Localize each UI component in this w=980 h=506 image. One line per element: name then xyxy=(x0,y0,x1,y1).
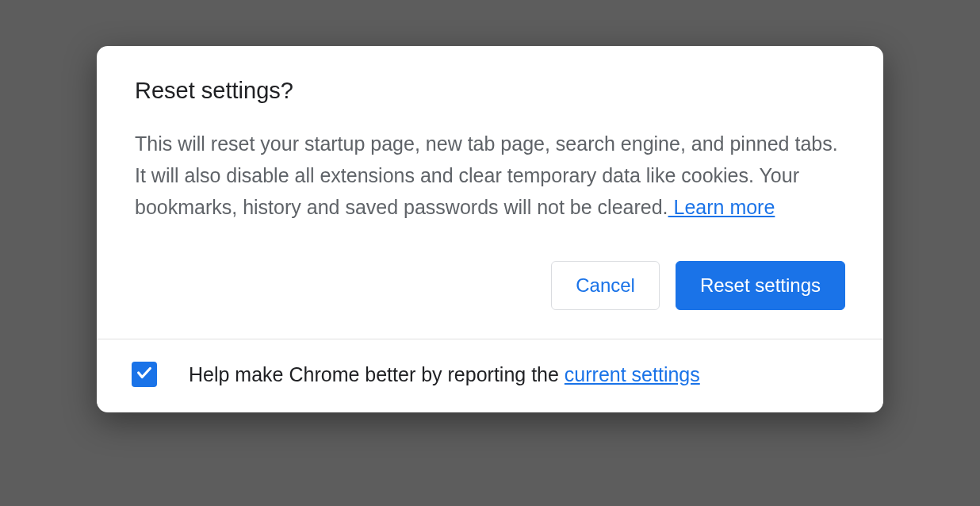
dialog-description: This will reset your startup page, new t… xyxy=(135,128,845,223)
cancel-button[interactable]: Cancel xyxy=(551,261,660,310)
dialog-footer: Help make Chrome better by reporting the… xyxy=(97,339,883,412)
dialog-title: Reset settings? xyxy=(135,78,845,104)
dialog-button-row: Cancel Reset settings xyxy=(135,261,845,310)
footer-help-text: Help make Chrome better by reporting the xyxy=(189,363,565,385)
footer-text: Help make Chrome better by reporting the… xyxy=(189,363,700,386)
learn-more-link[interactable]: Learn more xyxy=(668,196,775,218)
current-settings-link[interactable]: current settings xyxy=(565,363,700,385)
report-settings-checkbox[interactable] xyxy=(132,362,157,387)
reset-settings-dialog: Reset settings? This will reset your sta… xyxy=(97,46,883,412)
dialog-body: Reset settings? This will reset your sta… xyxy=(97,46,883,339)
reset-settings-button[interactable]: Reset settings xyxy=(676,261,845,310)
check-icon xyxy=(136,364,153,385)
